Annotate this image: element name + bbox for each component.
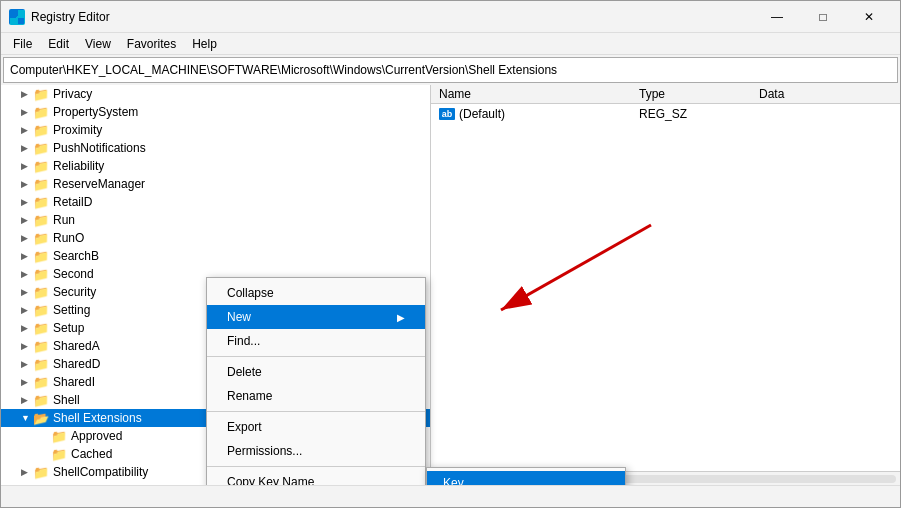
header-data: Data — [759, 87, 892, 101]
minimize-button[interactable]: — — [754, 1, 800, 33]
folder-icon: 📁 — [33, 393, 49, 407]
expand-icon: ▶ — [21, 359, 33, 369]
expand-icon: ▶ — [21, 251, 33, 261]
tree-item-label: Setting — [53, 303, 90, 317]
tree-item-propertysystem[interactable]: ▶ 📁 PropertySystem — [1, 103, 430, 121]
ctx-find-label: Find... — [227, 334, 260, 348]
tree-item-label: Setup — [53, 321, 84, 335]
ctx-delete[interactable]: Delete — [207, 360, 425, 384]
title-bar: Registry Editor — □ ✕ — [1, 1, 900, 33]
tree-item-label: PushNotifications — [53, 141, 146, 155]
column-headers: Name Type Data — [431, 85, 900, 104]
expand-icon: ▶ — [21, 377, 33, 387]
ctx-new[interactable]: New ▶ — [207, 305, 425, 329]
address-bar[interactable]: Computer\HKEY_LOCAL_MACHINE\SOFTWARE\Mic… — [3, 57, 898, 83]
menu-view[interactable]: View — [77, 35, 119, 53]
folder-icon: 📁 — [33, 177, 49, 191]
folder-icon: 📁 — [33, 339, 49, 353]
expand-icon: ▶ — [21, 467, 33, 477]
tree-item-proximity[interactable]: ▶ 📁 Proximity — [1, 121, 430, 139]
tree-item-searchbar[interactable]: ▶ 📁 SearchB — [1, 247, 430, 265]
menu-edit[interactable]: Edit — [40, 35, 77, 53]
close-button[interactable]: ✕ — [846, 1, 892, 33]
folder-icon: 📁 — [33, 123, 49, 137]
submenu-new: Key String Value Binary Value DWORD (32-… — [426, 467, 626, 485]
right-pane: Name Type Data ab (Default) REG_SZ — [431, 85, 900, 485]
ctx-arrow-icon: ▶ — [397, 312, 405, 323]
expand-icon: ▶ — [21, 161, 33, 171]
tree-item-label: SharedD — [53, 357, 100, 371]
tree-item-label: RunO — [53, 231, 84, 245]
tree-item-label: Shell — [53, 393, 80, 407]
tree-item-label: PropertySystem — [53, 105, 138, 119]
tree-item-reservemanager[interactable]: ▶ 📁 ReserveManager — [1, 175, 430, 193]
ctx-permissions[interactable]: Permissions... — [207, 439, 425, 463]
tree-item-runonce[interactable]: ▶ 📁 RunO — [1, 229, 430, 247]
tree-item-reliability[interactable]: ▶ 📁 Reliability — [1, 157, 430, 175]
tree-item-label: Second — [53, 267, 94, 281]
menu-file[interactable]: File — [5, 35, 40, 53]
ctx-divider-1 — [207, 356, 425, 357]
svg-rect-3 — [18, 18, 24, 24]
tree-item-label: Privacy — [53, 87, 92, 101]
tree-item-label: Proximity — [53, 123, 102, 137]
folder-icon: 📁 — [33, 249, 49, 263]
folder-icon: 📁 — [33, 195, 49, 209]
tree-item-label: Run — [53, 213, 75, 227]
ctx-export-label: Export — [227, 420, 262, 434]
maximize-button[interactable]: □ — [800, 1, 846, 33]
registry-editor-window: Registry Editor — □ ✕ File Edit View Fav… — [0, 0, 901, 508]
svg-rect-2 — [10, 18, 16, 24]
tree-item-label: Security — [53, 285, 96, 299]
expand-icon: ▶ — [21, 395, 33, 405]
folder-icon: 📁 — [33, 231, 49, 245]
ctx-export[interactable]: Export — [207, 415, 425, 439]
window-controls: — □ ✕ — [754, 1, 892, 33]
tree-item-pushnotifications[interactable]: ▶ 📁 PushNotifications — [1, 139, 430, 157]
expand-icon: ▶ — [21, 107, 33, 117]
ctx-copy-key-label: Copy Key Name — [227, 475, 314, 485]
folder-icon: 📁 — [33, 321, 49, 335]
context-menu: Collapse New ▶ Find... Delete Rename Exp… — [206, 277, 426, 485]
menu-bar: File Edit View Favorites Help — [1, 33, 900, 55]
tree-item-privacy[interactable]: ▶ 📁 Privacy — [1, 85, 430, 103]
expand-icon: ▶ — [21, 125, 33, 135]
folder-icon: 📁 — [33, 159, 49, 173]
folder-icon: 📁 — [33, 285, 49, 299]
status-bar — [1, 485, 900, 507]
ctx-collapse[interactable]: Collapse — [207, 281, 425, 305]
submenu-key[interactable]: Key — [427, 471, 625, 485]
menu-favorites[interactable]: Favorites — [119, 35, 184, 53]
string-icon: ab — [439, 108, 455, 120]
ctx-delete-label: Delete — [227, 365, 262, 379]
expand-icon: ▶ — [21, 269, 33, 279]
ctx-find[interactable]: Find... — [207, 329, 425, 353]
tree-item-retaildemo[interactable]: ▶ 📁 RetailD — [1, 193, 430, 211]
address-text: Computer\HKEY_LOCAL_MACHINE\SOFTWARE\Mic… — [10, 63, 557, 77]
tree-item-label: ShellCompatibility — [53, 465, 148, 479]
tree-item-label: Shell Extensions — [53, 411, 142, 425]
tree-item-label: RetailD — [53, 195, 92, 209]
ctx-rename[interactable]: Rename — [207, 384, 425, 408]
ctx-divider-3 — [207, 466, 425, 467]
svg-rect-1 — [18, 10, 24, 16]
expand-icon: ▶ — [21, 287, 33, 297]
expand-icon: ▶ — [21, 341, 33, 351]
folder-icon: 📁 — [33, 213, 49, 227]
tree-item-label: SharedI — [53, 375, 95, 389]
header-name: Name — [439, 87, 639, 101]
expand-icon: ▶ — [21, 305, 33, 315]
folder-icon: 📁 — [33, 375, 49, 389]
registry-row-default[interactable]: ab (Default) REG_SZ — [431, 104, 900, 124]
value-type: REG_SZ — [639, 107, 759, 121]
expand-icon: ▶ — [21, 215, 33, 225]
ctx-new-label: New — [227, 310, 251, 324]
menu-help[interactable]: Help — [184, 35, 225, 53]
tree-item-run[interactable]: ▶ 📁 Run — [1, 211, 430, 229]
folder-icon: 📁 — [33, 87, 49, 101]
ctx-copy-key[interactable]: Copy Key Name — [207, 470, 425, 485]
ctx-collapse-label: Collapse — [227, 286, 274, 300]
value-name: (Default) — [459, 107, 505, 121]
tree-item-label: ReserveManager — [53, 177, 145, 191]
folder-icon: 📁 — [33, 303, 49, 317]
